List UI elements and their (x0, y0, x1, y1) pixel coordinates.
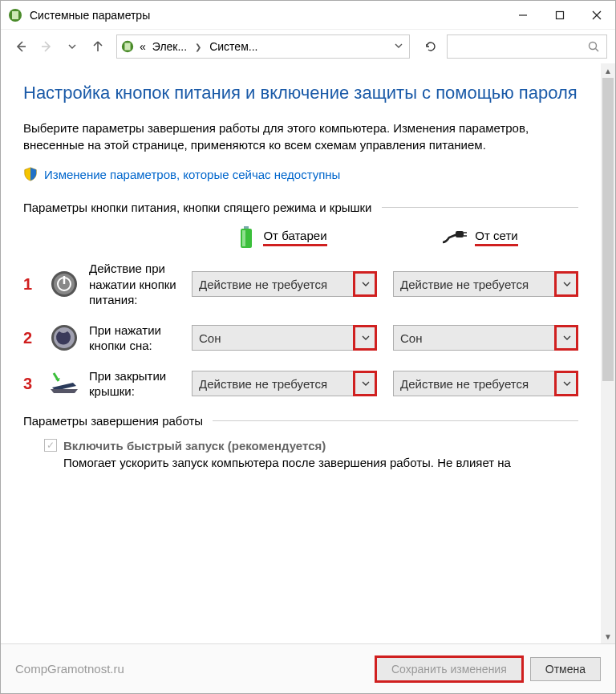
row-number-3: 3 (23, 375, 39, 393)
setting-row-sleep-button: 2 При нажатии кнопки сна: Сон Сон (23, 323, 578, 354)
fast-startup-checkbox[interactable]: ✓ (44, 439, 57, 452)
svg-line-9 (596, 49, 599, 52)
page-heading: Настройка кнопок питания и включение защ… (23, 81, 578, 105)
back-button[interactable] (9, 34, 33, 59)
setting-row-power-button: 1 Действие при нажатии кнопки питания: Д… (23, 261, 578, 308)
chevron-down-icon[interactable] (354, 326, 376, 350)
content-area: Настройка кнопок питания и включение защ… (1, 63, 601, 643)
breadcrumb-dropdown-icon[interactable] (391, 42, 406, 51)
title-bar: Системные параметры (1, 1, 615, 30)
forward-button[interactable] (34, 34, 59, 59)
refresh-button[interactable] (416, 34, 445, 59)
close-button[interactable] (578, 1, 615, 30)
control-panel-icon (120, 39, 135, 54)
dropdown-power-button-battery[interactable]: Действие не требуется (192, 271, 377, 297)
cancel-button[interactable]: Отмена (530, 657, 601, 681)
chevron-down-icon[interactable] (354, 371, 376, 396)
sleep-button-icon (50, 323, 79, 352)
chevron-down-icon[interactable] (555, 272, 578, 296)
column-header-ac-label: От сети (475, 229, 517, 246)
section-power-buttons-title: Параметры кнопки питания, кнопки спящего… (23, 201, 372, 214)
dropdown-power-button-ac[interactable]: Действие не требуется (393, 271, 578, 297)
window-title: Системные параметры (30, 9, 150, 22)
section-divider (382, 207, 578, 208)
shield-icon (23, 167, 38, 181)
svg-rect-2 (557, 11, 564, 18)
fast-startup-label: Включить быстрый запуск (рекомендуется) (63, 439, 326, 453)
vertical-scrollbar[interactable]: ▲ ▼ (601, 63, 615, 643)
column-header-battery: От батареи (184, 225, 381, 250)
chevron-down-icon[interactable] (555, 326, 578, 350)
chevron-down-icon[interactable] (555, 371, 578, 396)
page-description: Выберите параметры завершения работы для… (23, 120, 578, 155)
save-changes-button[interactable]: Сохранить изменения (376, 657, 522, 681)
search-icon (587, 40, 600, 53)
control-panel-icon (7, 7, 23, 23)
plug-icon (441, 229, 467, 246)
attribution-text: CompGramotnost.ru (15, 662, 368, 676)
dropdown-lid-close-battery[interactable]: Действие не требуется (192, 371, 377, 396)
dropdown-sleep-button-ac[interactable]: Сон (393, 325, 578, 351)
dialog-footer: CompGramotnost.ru Сохранить изменения От… (1, 643, 615, 693)
maximize-button[interactable] (541, 1, 578, 30)
breadcrumb-segment-1[interactable]: Элек... (151, 40, 188, 53)
power-button-icon (50, 270, 79, 298)
recent-locations-button[interactable] (60, 34, 84, 59)
svg-point-8 (590, 43, 597, 50)
breadcrumb-caret-icon[interactable]: ❯ (192, 43, 205, 51)
chevron-down-icon[interactable] (354, 272, 376, 296)
row-label-lid-close: При закрытии крышки: (89, 368, 182, 400)
navigation-toolbar: « Элек... ❯ Систем... (1, 30, 615, 63)
column-header-ac: От сети (381, 225, 578, 250)
row-number-1: 1 (23, 275, 39, 294)
row-label-power-button: Действие при нажатии кнопки питания: (89, 261, 182, 308)
change-unavailable-settings-link[interactable]: Изменение параметров, которые сейчас нед… (23, 167, 578, 181)
scroll-down-arrow-icon[interactable]: ▼ (601, 629, 615, 643)
svg-rect-13 (456, 231, 464, 237)
search-input[interactable] (447, 34, 607, 59)
breadcrumb-segment-2[interactable]: Систем... (208, 40, 259, 53)
fast-startup-help-text: Помогает ускорить запуск компьютера посл… (63, 456, 578, 469)
setting-row-lid-close: 3 При закрытии крышки: Действие не требу… (23, 368, 578, 400)
shield-link-text: Изменение параметров, которые сейчас нед… (44, 168, 340, 181)
row-number-2: 2 (23, 329, 39, 347)
row-label-sleep-button: При нажатии кнопки сна: (89, 323, 182, 354)
scroll-up-arrow-icon[interactable]: ▲ (601, 63, 615, 78)
scroll-track[interactable] (601, 78, 615, 629)
section-divider (213, 420, 578, 421)
svg-rect-10 (244, 226, 249, 229)
dropdown-lid-close-ac[interactable]: Действие не требуется (393, 371, 578, 396)
section-shutdown-title: Параметры завершения работы (23, 414, 203, 428)
dropdown-sleep-button-battery[interactable]: Сон (192, 325, 377, 351)
laptop-lid-icon (49, 371, 79, 396)
breadcrumb-prefix: « (138, 40, 148, 53)
up-button[interactable] (86, 34, 110, 59)
battery-icon (237, 225, 255, 250)
svg-rect-12 (242, 230, 245, 246)
column-header-battery-label: От батареи (263, 229, 326, 246)
scroll-thumb[interactable] (602, 78, 614, 381)
breadcrumb-address-bar[interactable]: « Элек... ❯ Систем... (116, 34, 410, 59)
minimize-button[interactable] (505, 1, 541, 30)
